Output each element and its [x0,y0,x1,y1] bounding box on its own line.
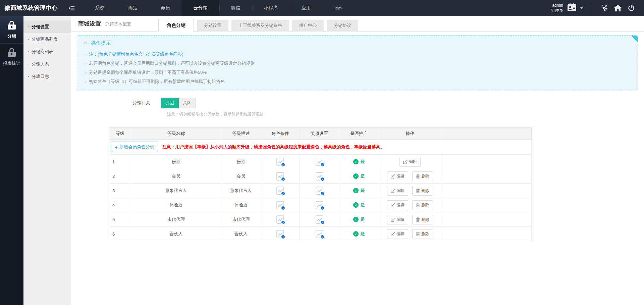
level-cell: 5 [109,212,131,227]
delete-button[interactable]: 删除 [412,215,433,224]
check-badge-icon: ✓ [281,177,285,182]
home-icon[interactable] [611,0,625,16]
tab[interactable]: 推广中心 [292,20,324,31]
tip-text: 初始角色（等级=1）可编辑不可删除，所有新建的用户都属于初始角色 [89,79,225,85]
row-filler-cell [441,184,532,198]
delete-button[interactable]: 删除 [412,186,433,196]
switch-label: 分销开关 [77,100,161,106]
sidebar-menu-item[interactable]: 分成日志 [23,70,71,83]
delete-button[interactable]: 删除 [412,200,433,210]
tab[interactable]: 上下线关系及分销资格 [231,20,289,31]
role-condition-edit-icon[interactable]: ✓ [276,215,284,224]
tab[interactable]: 分销设置 [197,20,228,31]
power-icon[interactable] [625,0,638,16]
switch-off-button[interactable]: 关闭 [179,98,196,108]
sidebar-menu-item[interactable]: 分销设置 [23,20,71,33]
award-setting-edit-icon[interactable]: ✓ [316,187,323,195]
share-network-icon[interactable] [598,0,611,16]
edit-button[interactable]: 编辑 [387,200,408,210]
sidebar-module[interactable]: 分销 [0,16,23,44]
top-nav-item[interactable]: 会员 [149,0,182,16]
role-condition-edit-icon[interactable]: ✓ [276,172,284,181]
promote-text: 是 [361,159,365,165]
award-setting-edit-icon[interactable]: ✓ [316,215,323,224]
role-condition-cell: ✓ [261,227,300,241]
role-condition-edit-icon[interactable]: ✓ [276,230,284,238]
edit-button[interactable]: 编辑 [387,215,408,224]
check-circle-icon: ✓ [353,202,359,208]
top-nav-item[interactable]: 插件 [323,0,356,16]
level-name-cell: 合伙人 [131,227,221,241]
secondary-sidebar: 分销设置 分销商品列表 分销商列表 分销关系 分成日志 [23,16,71,305]
check-badge-icon: ✓ [320,220,325,225]
sidebar-module[interactable]: 报表统计 [0,44,23,70]
app-title: 微商城系统管理中心 [0,0,64,16]
edit-button[interactable]: 编辑 [387,171,408,181]
pointing-hand-icon: ☝ [84,40,88,46]
page: 微商城系统管理中心 系统 商品 会员 云分销 微信 小程序 [0,0,644,305]
edit-button[interactable]: 编辑 [387,186,408,196]
table-row: 2 会员 会员 ✓ [109,169,532,184]
tips-title: 操作提示 [91,40,111,46]
top-nav-item[interactable]: 应用 [290,0,323,16]
tips-list: › 注：(角色分销新增角色将会与会员等级角色同步) › 若开启角色分销，普通会员… [84,50,631,86]
user-role: 管理员 [551,8,563,13]
level-name-cell: 体验店 [131,198,221,212]
tab[interactable]: 分销协议 [327,20,358,31]
role-condition-edit-icon[interactable]: ✓ [276,158,284,166]
award-setting-cell: ✓ [300,212,339,227]
chevron-down-icon[interactable] [580,7,583,9]
row-filler-cell [441,212,532,227]
award-setting-edit-icon[interactable]: ✓ [316,230,323,238]
sidebar-menu-item[interactable]: 分销商品列表 [23,33,71,45]
level-desc-cell: 形象代言人 [221,184,261,198]
sidebar-menu-item[interactable]: 分销关系 [23,58,71,70]
promote-text: 是 [361,202,365,208]
award-setting-edit-icon[interactable]: ✓ [316,158,323,166]
tab[interactable]: 角色分销 [158,19,194,32]
level-cell: 3 [109,184,131,198]
role-condition-cell: ✓ [261,212,300,227]
top-nav-item[interactable]: 商品 [116,0,149,16]
table-header-cell: 等级名称 [131,128,221,140]
menu-fold-icon[interactable] [64,0,80,16]
bullet-icon: › [85,61,87,66]
table-header-cell: 等级描述 [221,128,261,140]
award-setting-edit-icon[interactable]: ✓ [316,201,323,209]
delete-button[interactable]: 删除 [412,171,433,181]
role-table: 等级 等级名称 等级描述 角色条件 奖项设置 是否推广 操作 [109,127,532,241]
check-badge-icon: ✓ [281,162,285,167]
actions-cell: 编辑 [379,155,441,169]
actions-cell: 编辑 删除 [379,198,441,212]
role-condition-edit-icon[interactable]: ✓ [276,201,284,209]
role-condition-edit-icon[interactable]: ✓ [276,187,284,195]
delete-button[interactable]: 删除 [412,229,433,239]
check-badge-icon: ✓ [281,235,285,239]
id-card-icon[interactable] [567,3,577,13]
topbar-divider [593,4,593,12]
row-filler-cell [441,155,532,169]
sidebar-menu-item[interactable]: 分销商列表 [23,45,71,58]
check-circle-icon: ✓ [353,231,359,237]
page-title: 商城设置 [78,20,101,28]
check-badge-icon: ✓ [281,220,285,225]
top-nav-item[interactable]: 系统 [83,0,116,16]
check-circle-icon: ✓ [353,159,359,164]
top-nav-item[interactable]: 小程序 [252,0,290,16]
add-role-button[interactable]: + 新增会员角色分佣 [111,142,158,152]
level-name-cell: 粉丝 [131,155,221,169]
level-desc-cell: 粉丝 [221,155,261,169]
top-nav-item[interactable]: 云分销 [182,0,219,16]
add-role-row: + 新增会员角色分佣 注意：用户按照【等级】从小到大的顺序升级，请按照角色的高级… [109,140,532,155]
award-setting-edit-icon[interactable]: ✓ [316,172,323,181]
current-user[interactable]: admin 管理员 [551,3,563,13]
top-nav-item[interactable]: 微信 [219,0,252,16]
switch-on-button[interactable]: 开启 [161,98,179,108]
edit-button[interactable]: 编辑 [399,157,421,167]
edit-button[interactable]: 编辑 [387,229,408,239]
content-area: ☝ 操作提示 › 注：(角色分销新增角色将会与会员等级角色同步) › 若开启角色… [71,32,644,241]
page-subtitle: 分销基本配置 [105,21,131,27]
check-badge-icon: ✓ [281,206,285,210]
level-cell: 6 [109,227,131,241]
check-circle-icon: ✓ [353,173,359,179]
